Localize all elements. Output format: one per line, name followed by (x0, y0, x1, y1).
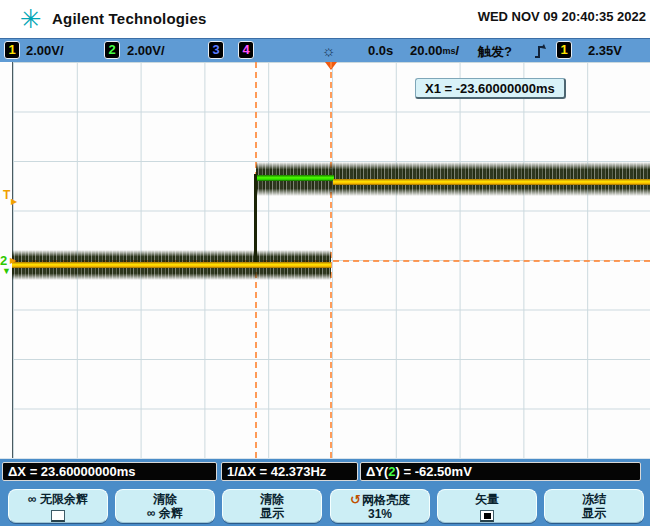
inverse-delta-x-readout: 1/ΔX = 42.373Hz (221, 462, 358, 481)
channel-2-scale[interactable]: 2.00V/ (127, 43, 165, 58)
softkey-label: 矢量 (438, 493, 536, 506)
brightness-icon: ☼ (322, 42, 336, 59)
delay-readout[interactable]: 0.0s (368, 43, 393, 58)
brand-title: Agilent Technologies (52, 10, 207, 27)
channel-1-trace-high (333, 179, 650, 185)
softkey-vectors[interactable]: 矢量 (437, 489, 537, 523)
delta-y-prefix: ΔY( (366, 464, 388, 479)
delta-x-readout: ΔX = 23.60000000ms (2, 462, 217, 481)
channel-1-ground-arrow-icon: ▶ (10, 257, 16, 265)
channel-3-badge[interactable]: 3 (208, 41, 224, 59)
edge-trigger-icon (534, 42, 547, 64)
channel-1-badge[interactable]: 1 (4, 41, 20, 59)
status-bar: 1 2.00V/ 2 2.00V/ 3 4 ☼ 0.0s 20.00ms/ 触发… (0, 38, 650, 62)
oscilloscope-screen: ✳ Agilent Technologies WED NOV 09 20:40:… (0, 0, 650, 526)
trigger-status-label: 触发? (478, 43, 512, 61)
bottom-bar: ΔX = 23.60000000ms 1/ΔX = 42.373Hz ΔY(2)… (0, 458, 650, 526)
softkey-label: 网格亮度 (362, 493, 410, 507)
softkey-infinite-persistence[interactable]: ∞ 无限余辉 (8, 489, 108, 523)
channel-2-ground-arrow-icon: ▼ (2, 267, 11, 276)
delta-y-value: ) = -62.50mV (396, 464, 472, 479)
softkey-label: ∞ 余辉 (116, 507, 214, 520)
datetime-display: WED NOV 09 20:40:35 2022 (478, 9, 646, 24)
timebase-slash: / (456, 43, 460, 58)
delta-y-readout: ΔY(2) = -62.50mV (360, 462, 641, 481)
trigger-level-readout[interactable]: 2.35V (588, 43, 622, 58)
softkey-label: ∞ 无限余辉 (9, 493, 107, 506)
softkey-clear-persistence[interactable]: 清除 ∞ 余辉 (115, 489, 215, 523)
checkbox-checked-icon (480, 510, 494, 522)
channel-2-badge[interactable]: 2 (104, 41, 120, 59)
waveform-display: X1 = -23.60000000ms T ▶ 2 ▶ ▼ (0, 62, 650, 458)
softkey-label: 清除 (116, 493, 214, 506)
channel-1-scale[interactable]: 2.00V/ (26, 43, 64, 58)
trigger-source-badge[interactable]: 1 (556, 41, 572, 59)
softkey-label: 显示 (545, 507, 643, 520)
softkey-label: 清除 (223, 493, 321, 506)
softkey-grid-brightness[interactable]: ↺网格亮度 31% (330, 489, 430, 523)
channel-1-trace-low (12, 262, 331, 268)
channel-2-trace-high (256, 175, 334, 181)
delta-y-channel: 2 (388, 464, 395, 479)
trigger-level-arrow-icon: ▶ (11, 198, 17, 206)
softkey-label: 冻结 (545, 493, 643, 506)
grid-brightness-value: 31% (331, 508, 429, 521)
softkey-freeze-display[interactable]: 冻结 显示 (544, 489, 644, 523)
timebase-unit: ms (443, 46, 456, 56)
checkbox-unchecked-icon (51, 510, 65, 522)
channel-4-badge[interactable]: 4 (238, 41, 254, 59)
agilent-logo-icon: ✳ (16, 4, 46, 34)
cursor-x1-readout: X1 = -23.60000000ms (415, 78, 566, 99)
rotate-knob-icon: ↺ (350, 492, 361, 507)
trigger-level-marker[interactable]: T (3, 189, 10, 201)
softkey-label: 显示 (223, 507, 321, 520)
timebase-value: 20.00 (410, 43, 443, 58)
softkey-clear-display[interactable]: 清除 显示 (222, 489, 322, 523)
header: ✳ Agilent Technologies WED NOV 09 20:40:… (0, 0, 650, 38)
timebase-readout[interactable]: 20.00ms/ (410, 43, 459, 58)
